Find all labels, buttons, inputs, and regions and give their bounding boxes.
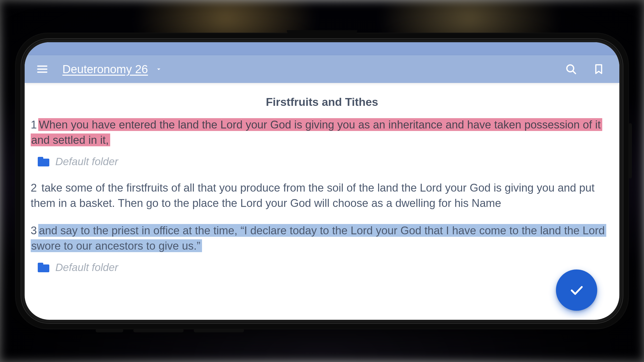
app-toolbar: Deuteronomy 26: [25, 55, 619, 83]
reading-content[interactable]: Firstfruits and Tithes 1When you have en…: [25, 83, 619, 286]
check-icon: [568, 282, 585, 298]
chapter-selector[interactable]: Deuteronomy 26: [62, 62, 163, 76]
folder-icon: [38, 263, 49, 272]
phone-bottom-button: [133, 329, 184, 332]
phone-bottom-button: [96, 329, 123, 332]
folder-label: Default folder: [55, 261, 118, 274]
bookmark-button[interactable]: [591, 62, 606, 77]
verse-number: 2: [31, 182, 37, 194]
search-icon: [565, 63, 577, 75]
chevron-down-icon: [155, 65, 163, 73]
verse[interactable]: 1When you have entered the land the Lord…: [31, 117, 613, 148]
verse[interactable]: 2 take some of the firstfruits of all th…: [31, 180, 613, 211]
screen: Deuteronomy 26 Fir: [25, 42, 619, 320]
phone-bottom-button: [194, 329, 244, 332]
phone-side-button: [628, 123, 632, 178]
folder-icon: [38, 157, 49, 166]
phone-frame: Deuteronomy 26 Fir: [15, 33, 629, 329]
bookmark-icon: [593, 63, 605, 75]
verse-number: 1: [31, 118, 37, 131]
verse-text-highlighted: When you have entered the land the Lord …: [31, 118, 602, 146]
verse[interactable]: 3and say to the priest in office at the …: [31, 223, 613, 253]
bookmark-folder-row[interactable]: Default folder: [31, 257, 613, 276]
verse-text-highlighted: and say to the priest in office at the t…: [31, 224, 606, 252]
confirm-fab[interactable]: [556, 269, 597, 311]
menu-button[interactable]: [35, 62, 50, 77]
search-button[interactable]: [564, 62, 579, 77]
folder-label: Default folder: [55, 156, 118, 168]
svg-line-4: [573, 71, 576, 74]
chapter-title: Deuteronomy 26: [62, 62, 148, 76]
section-heading: Firstfruits and Tithes: [31, 96, 613, 109]
status-bar: [25, 42, 619, 55]
phone-earpiece: [287, 30, 357, 35]
verse-text: take some of the firstfruits of all that…: [31, 182, 595, 209]
verse-number: 3: [31, 224, 37, 237]
menu-icon: [36, 63, 48, 75]
bookmark-folder-row[interactable]: Default folder: [31, 151, 613, 180]
